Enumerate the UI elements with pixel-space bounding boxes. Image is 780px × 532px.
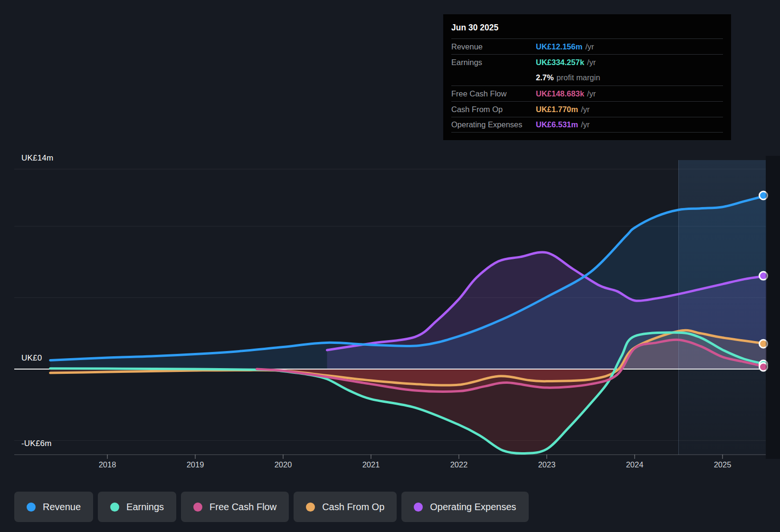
tooltip-row-label: Operating Expenses — [451, 120, 536, 129]
tooltip-row-unit: /yr — [587, 58, 596, 67]
tooltip-row-value: UK£334.257k — [536, 58, 584, 67]
tooltip-row-free-cash-flow: Free Cash FlowUK£148.683k/yr — [451, 86, 723, 101]
profit-margin-value: 2.7% — [536, 73, 554, 82]
tooltip-row-profit-margin: 2.7%profit margin — [451, 70, 723, 86]
legend-dot-icon — [306, 503, 315, 512]
legend-dot-icon — [27, 503, 36, 512]
tooltip-row-earnings: EarningsUK£334.257k/yr — [451, 54, 723, 70]
tooltip-date: Jun 30 2025 — [451, 20, 723, 38]
x-axis-label: 2021 — [350, 460, 392, 469]
legend-item-cash-from-op[interactable]: Cash From Op — [294, 492, 397, 522]
tooltip-row-unit: /yr — [581, 105, 590, 114]
tooltip-row-label: Earnings — [451, 58, 536, 67]
tooltip-row-revenue: RevenueUK£12.156m/yr — [451, 38, 723, 54]
tooltip-row-unit: /yr — [581, 120, 590, 129]
legend-item-free-cash-flow[interactable]: Free Cash Flow — [181, 492, 289, 522]
tooltip-rows: RevenueUK£12.156m/yrEarningsUK£334.257k/… — [451, 38, 723, 133]
tooltip-row-unit: /yr — [587, 89, 596, 98]
legend-dot-icon — [414, 503, 423, 512]
legend-item-earnings[interactable]: Earnings — [98, 492, 176, 522]
tooltip-row-label: Free Cash Flow — [451, 89, 536, 98]
chart-legend: RevenueEarningsFree Cash FlowCash From O… — [14, 492, 529, 522]
financial-history-page: UK£14mUK£0-UK£6m 20182019202020212022202… — [0, 0, 780, 532]
x-axis-label: 2024 — [613, 460, 656, 469]
tooltip-row-value: UK£12.156m — [536, 42, 582, 51]
x-axis-label: 2025 — [701, 460, 744, 469]
profit-margin-text: profit margin — [557, 73, 600, 82]
legend-item-revenue[interactable]: Revenue — [14, 492, 93, 522]
legend-item-label: Earnings — [126, 502, 164, 513]
tooltip-row-label: Cash From Op — [451, 105, 536, 114]
x-axis-label: 2019 — [174, 460, 217, 469]
plot-right-edge — [766, 156, 780, 459]
tooltip-row-value: UK£6.531m — [536, 120, 578, 129]
tooltip-row-operating-expenses: Operating ExpensesUK£6.531m/yr — [451, 117, 723, 133]
legend-item-label: Free Cash Flow — [209, 502, 276, 513]
y-axis-label: UK£14m — [21, 153, 53, 163]
legend-item-label: Revenue — [43, 502, 81, 513]
x-axis-label: 2022 — [438, 460, 480, 469]
y-axis-label: -UK£6m — [21, 439, 52, 448]
legend-item-operating-expenses[interactable]: Operating Expenses — [401, 492, 528, 522]
tooltip-row-unit: /yr — [585, 42, 594, 51]
legend-dot-icon — [193, 503, 202, 512]
x-axis-label: 2023 — [525, 460, 568, 469]
tooltip-row-label: Revenue — [451, 42, 536, 51]
tooltip-row-cash-from-op: Cash From OpUK£1.770m/yr — [451, 101, 723, 117]
y-axis-label: UK£0 — [21, 353, 42, 363]
chart-tooltip: Jun 30 2025 RevenueUK£12.156m/yrEarnings… — [443, 14, 731, 140]
x-axis-label: 2020 — [262, 460, 304, 469]
tooltip-row-value: UK£1.770m — [536, 105, 578, 114]
legend-dot-icon — [110, 503, 119, 512]
highlight-band — [679, 160, 766, 455]
x-axis-label: 2018 — [86, 460, 129, 469]
legend-item-label: Cash From Op — [322, 502, 384, 513]
tooltip-row-value: UK£148.683k — [536, 89, 584, 98]
legend-item-label: Operating Expenses — [430, 502, 516, 513]
